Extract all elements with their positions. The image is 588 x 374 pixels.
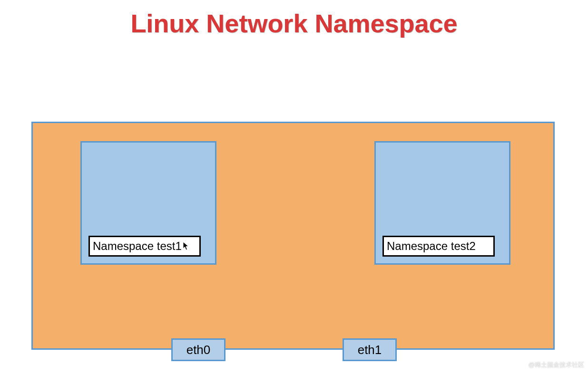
diagram-title: Linux Network Namespace (0, 9, 588, 38)
host-container: Namespace test1 Namespace test2 (31, 122, 555, 350)
namespace-box-test2: Namespace test2 (374, 141, 510, 265)
interface-eth0: eth0 (171, 338, 225, 361)
interface-eth1: eth1 (343, 338, 397, 361)
watermark: @稀土掘金技术社区 (529, 361, 584, 369)
namespace-label-test2: Namespace test2 (382, 236, 495, 257)
namespace-label-test1: Namespace test1 (88, 236, 201, 257)
namespace-box-test1: Namespace test1 (80, 141, 216, 265)
